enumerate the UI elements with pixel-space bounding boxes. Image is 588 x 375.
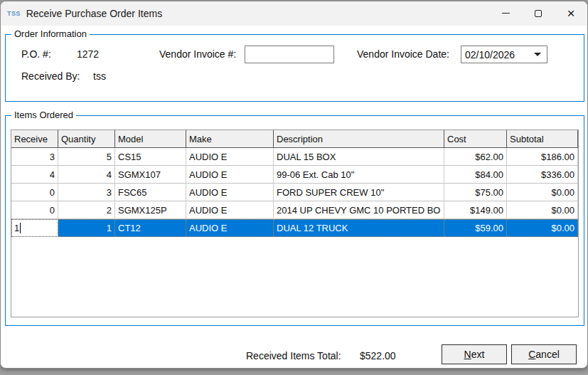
vendor-invoice-label: Vendor Invoice #: <box>159 48 236 60</box>
grid-cell[interactable]: $0.00 <box>507 219 578 237</box>
grid-cell[interactable]: AUDIO E <box>186 148 274 166</box>
cancel-button-label: Cancel <box>528 349 560 360</box>
grid-cell[interactable]: AUDIO E <box>186 184 274 201</box>
grid-cell[interactable]: 5 <box>58 148 115 166</box>
text-caret <box>20 223 21 233</box>
grid-cell[interactable]: $59.00 <box>444 219 507 237</box>
app-icon: TSS <box>7 10 21 17</box>
grid-cell[interactable]: $149.00 <box>444 201 507 219</box>
grid-cell[interactable]: DUAL 12 TRUCK <box>274 219 444 237</box>
grid-cell[interactable]: 4 <box>11 166 58 184</box>
minimize-icon <box>502 13 510 14</box>
grid-cell[interactable]: 0 <box>11 184 58 201</box>
received-items-total-label: Received Items Total: <box>246 350 341 361</box>
po-number-value: 1272 <box>77 48 99 60</box>
grid-cell[interactable]: 3 <box>58 184 115 201</box>
table-row[interactable]: 35CS15AUDIO EDUAL 15 BOX$62.00$186.00 <box>11 148 578 166</box>
grid-cell[interactable]: AUDIO E <box>186 166 274 184</box>
order-information-group: Order Information P.O. #: 1272 Vendor In… <box>5 34 584 102</box>
items-ordered-group: Items Ordered Receive Quantity Model Mak… <box>5 115 584 326</box>
received-by-label: Received By: <box>21 70 80 82</box>
close-button[interactable]: × <box>555 1 587 25</box>
receive-edit-value: 1 <box>14 223 19 233</box>
header-row: Receive Quantity Model Make Description … <box>11 130 578 148</box>
grid-cell[interactable]: 1 <box>58 219 115 237</box>
column-header-receive[interactable]: Receive <box>11 130 58 148</box>
order-information-label: Order Information <box>11 28 90 39</box>
grid-cell[interactable]: AUDIO E <box>186 201 274 219</box>
vendor-invoice-date-label: Vendor Invoice Date: <box>357 48 449 60</box>
items-grid[interactable]: Receive Quantity Model Make Description … <box>11 130 579 317</box>
grid-cell[interactable]: $0.00 <box>507 201 578 219</box>
chevron-down-icon <box>534 53 541 56</box>
grid-cell[interactable]: 99-06 Ext. Cab 10" <box>274 166 444 184</box>
grid-cell[interactable]: 1 <box>11 219 58 237</box>
table-row[interactable]: 02SGMX125PAUDIO E2014 UP CHEVY GMC 10 PO… <box>11 201 578 219</box>
received-by-value: tss <box>93 70 106 82</box>
grid-cell[interactable]: 0 <box>11 201 58 219</box>
maximize-icon <box>535 10 542 17</box>
received-items-total-value: $522.00 <box>360 350 396 361</box>
dialog-window: TSS Receive Purchase Order Items × Order… <box>0 1 588 369</box>
grid-cell[interactable]: CS15 <box>115 148 186 166</box>
grid-cell[interactable]: 2014 UP CHEVY GMC 10 PORTED BO <box>274 201 444 219</box>
close-icon: × <box>567 6 574 20</box>
grid-cell[interactable]: 2 <box>58 201 115 219</box>
po-number-label: P.O. #: <box>21 48 51 60</box>
table-row[interactable]: 11CT12AUDIO EDUAL 12 TRUCK$59.00$0.00 <box>11 219 578 237</box>
grid-cell[interactable]: 3 <box>11 148 58 166</box>
grid-cell[interactable]: 4 <box>58 166 115 184</box>
items-ordered-label: Items Ordered <box>11 110 76 120</box>
maximize-button[interactable] <box>522 1 555 25</box>
window-controls: × <box>489 1 587 25</box>
table-row[interactable]: 03FSC65AUDIO EFORD SUPER CREW 10"$75.00$… <box>11 184 578 201</box>
window-title: Receive Purchase Order Items <box>26 8 162 19</box>
grid-cell[interactable]: DUAL 15 BOX <box>274 148 444 166</box>
column-header-model[interactable]: Model <box>115 130 186 148</box>
grid-cell[interactable]: SGMX125P <box>115 201 186 219</box>
minimize-button[interactable] <box>489 1 522 25</box>
grid-cell[interactable]: $62.00 <box>444 148 507 166</box>
column-header-subtotal[interactable]: Subtotal <box>507 130 578 148</box>
grid-cell[interactable]: $336.00 <box>507 166 578 184</box>
grid-cell[interactable]: FSC65 <box>115 184 186 201</box>
table-row[interactable]: 44SGMX107AUDIO E99-06 Ext. Cab 10"$84.00… <box>11 166 578 184</box>
grid-cell[interactable]: $84.00 <box>444 166 507 184</box>
grid-cell[interactable]: $0.00 <box>507 184 578 201</box>
column-header-make[interactable]: Make <box>186 130 274 148</box>
titlebar: TSS Receive Purchase Order Items × <box>1 1 587 26</box>
grid-cell[interactable]: FORD SUPER CREW 10" <box>274 184 444 201</box>
grid-cell[interactable]: $186.00 <box>507 148 578 166</box>
column-header-description[interactable]: Description <box>274 130 444 148</box>
grid-cell[interactable]: AUDIO E <box>186 219 274 237</box>
vendor-invoice-date-combobox[interactable]: 02/10/2026 <box>461 46 547 63</box>
vendor-invoice-date-value: 02/10/2026 <box>465 49 515 60</box>
grid-body: 35CS15AUDIO EDUAL 15 BOX$62.00$186.0044S… <box>11 148 578 237</box>
grid-cell[interactable]: $75.00 <box>444 184 507 201</box>
vendor-invoice-input[interactable] <box>245 46 334 63</box>
column-header-quantity[interactable]: Quantity <box>58 130 115 148</box>
next-button-label: Next <box>464 349 485 360</box>
items-table: Receive Quantity Model Make Description … <box>11 130 578 237</box>
cancel-button[interactable]: Cancel <box>511 344 577 364</box>
column-header-cost[interactable]: Cost <box>444 130 507 148</box>
grid-cell[interactable]: CT12 <box>115 219 186 237</box>
receive-edit-input[interactable]: 1 <box>11 219 58 237</box>
grid-cell[interactable]: SGMX107 <box>115 166 186 184</box>
next-button[interactable]: Next <box>442 344 507 364</box>
